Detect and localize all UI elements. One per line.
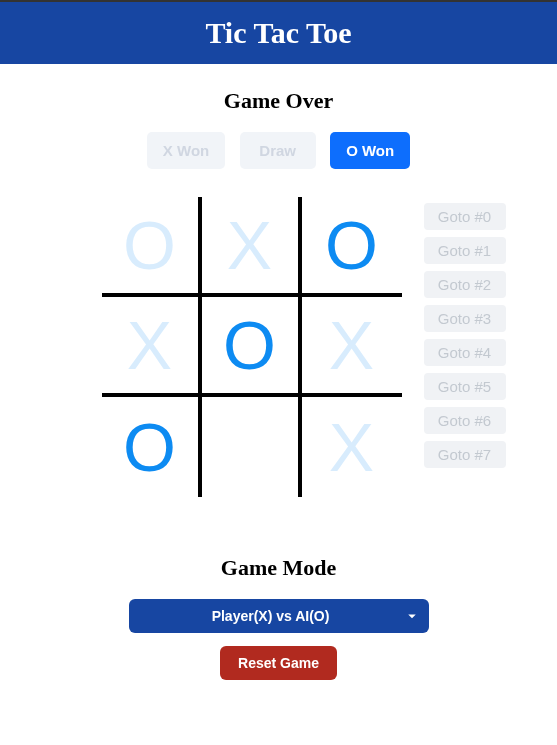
- reset-game-button[interactable]: Reset Game: [220, 646, 337, 680]
- result-o-won-button[interactable]: O Won: [330, 132, 410, 169]
- reset-wrap: Reset Game: [0, 646, 557, 680]
- history-goto-6[interactable]: Goto #6: [424, 407, 506, 434]
- history-goto-2[interactable]: Goto #2: [424, 271, 506, 298]
- history-goto-0[interactable]: Goto #0: [424, 203, 506, 230]
- board-cell-0[interactable]: O: [102, 197, 202, 297]
- board-cell-5[interactable]: X: [302, 297, 402, 397]
- history-goto-4[interactable]: Goto #4: [424, 339, 506, 366]
- board-cell-2[interactable]: O: [302, 197, 402, 297]
- history-goto-1[interactable]: Goto #1: [424, 237, 506, 264]
- game-mode-heading: Game Mode: [0, 555, 557, 581]
- game-mode-select[interactable]: Player(X) vs AI(O): [129, 599, 429, 633]
- game-mode-select-wrap: Player(X) vs AI(O): [0, 599, 557, 633]
- game-area: O X O X O X O X Goto #0 Goto #1 Goto #2 …: [0, 197, 557, 497]
- app-header: Tic Tac Toe: [0, 2, 557, 64]
- board-cell-4[interactable]: O: [202, 297, 302, 397]
- result-draw-button[interactable]: Draw: [240, 132, 316, 169]
- game-status: Game Over: [0, 88, 557, 114]
- result-x-won-button[interactable]: X Won: [147, 132, 225, 169]
- history-goto-7[interactable]: Goto #7: [424, 441, 506, 468]
- app-title: Tic Tac Toe: [205, 16, 351, 49]
- board-cell-1[interactable]: X: [202, 197, 302, 297]
- board-cell-7[interactable]: [202, 397, 302, 497]
- board-cell-6[interactable]: O: [102, 397, 202, 497]
- history-goto-3[interactable]: Goto #3: [424, 305, 506, 332]
- game-board: O X O X O X O X: [102, 197, 402, 497]
- result-button-group: X Won Draw O Won: [0, 132, 557, 169]
- move-history: Goto #0 Goto #1 Goto #2 Goto #3 Goto #4 …: [424, 197, 506, 468]
- board-cell-8[interactable]: X: [302, 397, 402, 497]
- history-goto-5[interactable]: Goto #5: [424, 373, 506, 400]
- board-cell-3[interactable]: X: [102, 297, 202, 397]
